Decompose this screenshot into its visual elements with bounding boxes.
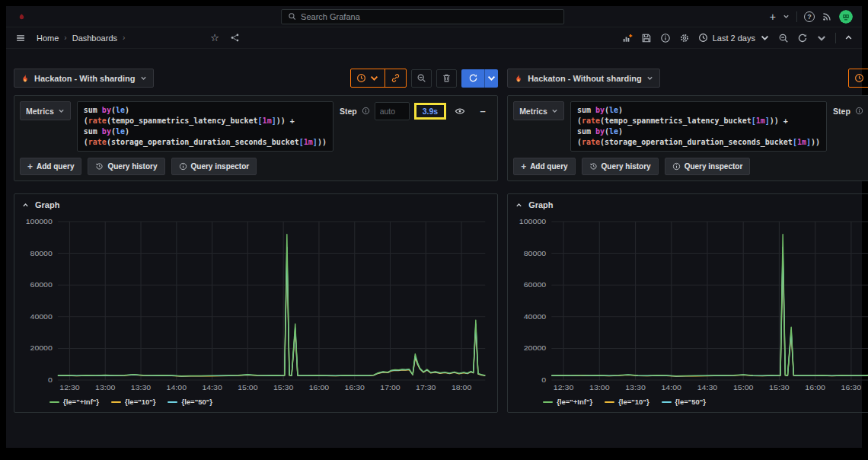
query-inspector-button[interactable]: Query inspector <box>171 158 257 175</box>
query-mode-dropdown[interactable]: Metrics <box>20 101 71 120</box>
pane-time-picker-button[interactable] <box>849 69 868 87</box>
share-icon[interactable] <box>230 33 240 43</box>
graph-section-toggle[interactable]: Graph <box>515 200 868 209</box>
chevron-down-icon <box>369 73 379 83</box>
pane-header: Hackaton - With sharding <box>14 69 498 88</box>
svg-text:13:30: 13:30 <box>625 384 646 391</box>
news-rss-icon[interactable] <box>822 11 832 22</box>
query-history-button[interactable]: Query history <box>582 158 659 175</box>
query-mode-dropdown[interactable]: Metrics <box>513 101 564 120</box>
step-input[interactable] <box>375 102 410 120</box>
remove-query-button[interactable]: – <box>474 102 492 120</box>
pane-time-picker-button[interactable] <box>351 69 385 87</box>
graph-panel: Graph 02000040000600008000010000012:3013… <box>507 193 868 413</box>
info-icon[interactable] <box>660 33 671 43</box>
pane-actions <box>350 69 498 88</box>
menu-icon[interactable] <box>15 33 26 43</box>
collapse-icon[interactable] <box>844 34 853 42</box>
run-query-interval-caret[interactable] <box>484 69 498 88</box>
legend-item[interactable]: {le="10"} <box>111 398 155 406</box>
breadcrumb-separator: › <box>64 34 66 42</box>
pane-zoom-out-button[interactable] <box>411 69 432 88</box>
datasource-picker[interactable]: Hackaton - Without sharding <box>507 69 660 88</box>
time-series-chart[interactable]: 02000040000600008000010000012:3013:0013:… <box>515 216 868 395</box>
legend-series-label: {le="10"} <box>618 398 649 406</box>
run-query-button[interactable] <box>461 69 484 88</box>
datasource-name: Hackaton - With sharding <box>34 74 136 83</box>
datasource-picker[interactable]: Hackaton - With sharding <box>14 69 154 88</box>
svg-text:40000: 40000 <box>524 313 547 321</box>
legend-item[interactable]: {le="50"} <box>168 398 212 406</box>
legend-item[interactable]: {le="10"} <box>605 398 649 406</box>
graph-section-toggle[interactable]: Graph <box>22 200 490 209</box>
zoom-out-icon[interactable] <box>778 33 789 43</box>
svg-text:20000: 20000 <box>524 344 547 352</box>
synced-controls-group <box>848 69 868 88</box>
add-query-button[interactable]: +Add query <box>513 158 575 175</box>
chevron-up-icon <box>22 202 29 209</box>
help-icon[interactable]: ? <box>804 11 815 22</box>
promql-query-input[interactable]: sum by(le) (rate(tempo_spanmetrics_laten… <box>77 101 333 152</box>
legend-item[interactable]: {le="+Inf"} <box>543 398 592 406</box>
new-menu-button[interactable]: + <box>770 11 776 22</box>
refresh-icon[interactable] <box>797 33 808 43</box>
link-icon <box>391 73 400 83</box>
legend-item[interactable]: {le="+Inf"} <box>49 398 99 406</box>
svg-text:100000: 100000 <box>26 218 53 225</box>
svg-text:80000: 80000 <box>30 249 53 257</box>
query-inspector-button[interactable]: Query inspector <box>665 158 751 175</box>
history-icon <box>589 162 598 171</box>
time-series-chart[interactable]: 02000040000600008000010000012:3013:0013:… <box>22 216 490 395</box>
svg-text:14:30: 14:30 <box>697 384 718 391</box>
refresh-interval-caret[interactable] <box>816 33 827 43</box>
chevron-up-icon <box>515 202 522 209</box>
step-label: Step <box>833 107 850 116</box>
chevron-down-icon[interactable] <box>783 13 790 20</box>
pane-left: Hackaton - With sharding <box>14 69 498 413</box>
add-panel-icon[interactable] <box>622 33 633 43</box>
breadcrumb-dashboards[interactable]: Dashboards <box>72 34 117 43</box>
step-controls: Step 3.9s – <box>340 101 492 120</box>
step-label: Step <box>340 107 357 116</box>
avatar[interactable] <box>839 10 853 24</box>
save-icon[interactable] <box>641 33 652 43</box>
breadcrumb-home[interactable]: Home <box>37 34 59 43</box>
plus-icon: + <box>27 162 33 171</box>
toggle-query-visibility-button[interactable] <box>451 102 469 120</box>
svg-text:15:30: 15:30 <box>273 384 294 391</box>
clock-icon <box>356 73 366 83</box>
toolbar-actions: Last 2 days <box>622 33 853 43</box>
svg-text:18:00: 18:00 <box>452 384 472 391</box>
legend-item[interactable]: {le="50"} <box>662 398 706 406</box>
svg-text:12:30: 12:30 <box>59 384 80 391</box>
legend-series-label: {le="50"} <box>675 398 706 406</box>
settings-gear-icon[interactable] <box>679 33 690 43</box>
top-bar: + ? <box>6 6 862 27</box>
legend-series-color <box>605 401 614 403</box>
history-icon <box>95 162 104 171</box>
svg-text:13:30: 13:30 <box>131 384 152 391</box>
svg-text:13:00: 13:00 <box>589 384 610 391</box>
zoom-out-icon <box>416 73 426 83</box>
star-icon[interactable]: ☆ <box>210 32 219 43</box>
datasource-name: Hackaton - Without sharding <box>528 74 642 83</box>
search-input[interactable] <box>301 12 557 21</box>
split-view: Hackaton - With sharding <box>6 49 862 413</box>
add-query-button[interactable]: +Add query <box>20 158 81 175</box>
svg-text:15:30: 15:30 <box>769 384 790 391</box>
chart-legend: {le="+Inf"}{le="10"}{le="50"} <box>22 395 490 407</box>
query-history-button[interactable]: Query history <box>88 158 164 175</box>
grafana-logo[interactable] <box>15 10 28 23</box>
info-icon <box>179 162 187 171</box>
global-search[interactable] <box>281 9 564 24</box>
sync-times-link-button[interactable] <box>385 69 406 87</box>
app-window: + ? Home › Dashboards › ☆ Last 2 <box>6 6 862 448</box>
promql-query-input[interactable]: sum by(le) (rate(tempo_spanmetrics_laten… <box>570 101 827 152</box>
svg-text:16:30: 16:30 <box>345 384 365 391</box>
close-pane-button[interactable] <box>436 69 457 88</box>
time-range-picker[interactable]: Last 2 days <box>698 33 770 43</box>
query-inspector-label: Query inspector <box>685 162 743 171</box>
legend-series-label: {le="10"} <box>125 398 155 406</box>
nav-bar: Home › Dashboards › ☆ Last 2 days <box>6 27 862 49</box>
add-query-label: Add query <box>530 162 567 171</box>
